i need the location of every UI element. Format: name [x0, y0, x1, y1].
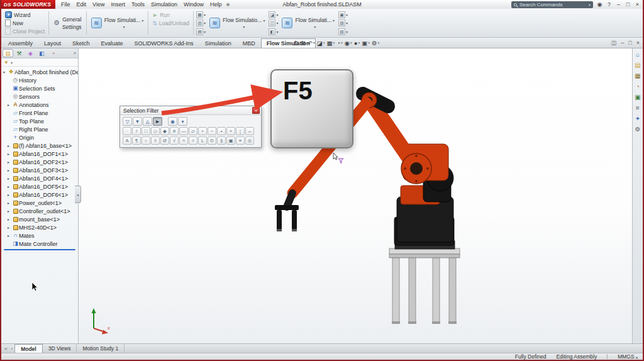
menu-help[interactable]: Help — [207, 1, 225, 8]
edit-appearance-icon[interactable]: ●▾ — [354, 40, 360, 47]
tree-item-abfan16-dof4-1[interactable]: ▸Abfan16_DOF4<1> — [1, 174, 78, 182]
tab-mbd[interactable]: MBD — [237, 38, 261, 48]
file-explorer-icon[interactable]: ▦ — [635, 73, 640, 79]
featuremanager-tree-tab[interactable]: ▤ — [3, 49, 13, 57]
run-button[interactable]: ►Run — [151, 11, 191, 19]
wizard-button[interactable]: ✦Wizard — [4, 11, 46, 19]
mini-tool-icon[interactable]: ▦ — [196, 11, 203, 18]
panel-splitter-handle[interactable]: ◂ — [75, 186, 81, 203]
tree-item-mates[interactable]: ▸∩Mates — [1, 231, 78, 240]
filter-dowel-pins-icon[interactable]: ◎ — [245, 136, 254, 145]
tree-item-right-plane[interactable]: ▱Right Plane — [1, 125, 78, 133]
filter-sketch-segments-icon[interactable]: ~ — [208, 127, 216, 135]
view-orientation-icon[interactable]: ▦▾ — [326, 40, 335, 47]
tab-evaluate[interactable]: Evaluate — [96, 38, 129, 48]
menu-file[interactable]: File — [58, 1, 74, 8]
custom-properties-icon[interactable]: ≡ — [636, 105, 640, 111]
configurationmanager-tab[interactable]: ◈ — [25, 49, 36, 57]
filter-surface-finish-icon[interactable]: √ — [170, 136, 179, 145]
menu-insert[interactable]: Insert — [108, 1, 128, 8]
filter-gtol-icon[interactable]: Ø — [160, 136, 169, 145]
menu-view[interactable]: View — [89, 1, 108, 8]
filter-center-marks-icon[interactable]: + — [226, 127, 235, 135]
clone-project-button[interactable]: Clone Project — [4, 27, 46, 35]
tree-item-mhs2-40d-1[interactable]: ▸MHS2-40D<1> — [1, 223, 78, 231]
filter-dimensions-icon[interactable]: ↔ — [245, 127, 254, 135]
expand-arrow-icon[interactable]: ▸ — [8, 225, 12, 230]
filter-midpoints-icon[interactable]: • — [217, 127, 226, 135]
robot-model[interactable] — [79, 48, 632, 343]
filter-faces-icon[interactable]: □ — [142, 127, 150, 135]
menu-window[interactable]: Window — [180, 1, 207, 8]
appearances-icon[interactable]: ◔ — [636, 84, 640, 90]
tree-item-abfan16-dof6-1[interactable]: ▸Abfan16_DOF6<1> — [1, 191, 78, 199]
flow-simulation-pane-icon[interactable]: ✦ — [635, 116, 640, 122]
close-icon[interactable]: × — [252, 107, 260, 114]
pane-settings-icon[interactable]: ⚙ — [635, 126, 641, 133]
tree-item-abfan16-dof2-1[interactable]: ▸Abfan16_DOF2<1> — [1, 158, 78, 166]
tree-item-origin[interactable]: +Origin — [1, 133, 78, 142]
help-icon[interactable]: ? — [605, 1, 613, 8]
design-library-icon[interactable]: ▤ — [635, 62, 640, 69]
user-icon[interactable]: ◉ — [596, 1, 604, 8]
expand-arrow-icon[interactable]: ▸ — [8, 143, 12, 148]
filter-surface-bodies-icon[interactable]: ◇ — [151, 127, 160, 135]
expand-arrow-icon[interactable]: ▸ — [8, 152, 12, 156]
minimize-icon[interactable]: – — [614, 1, 623, 8]
previous-view-icon[interactable]: ↶▾ — [308, 40, 315, 47]
filter-blocks-icon[interactable]: ▣ — [226, 136, 235, 145]
tree-item-sensors[interactable]: ◎Sensors — [1, 92, 78, 101]
doc-restore-icon[interactable]: □ — [628, 40, 631, 46]
filter-centerline-icon[interactable]: ¦ — [236, 127, 245, 135]
tree-item-history[interactable]: ◷History — [1, 76, 78, 84]
filter-routing-points-icon[interactable]: § — [217, 136, 226, 145]
status-units-selector[interactable]: MMGS ▴ — [618, 353, 638, 360]
tree-item-selection-sets[interactable]: ▣Selection Sets — [1, 84, 78, 92]
filter-magnify-icon[interactable]: ◉ — [168, 117, 177, 126]
tab-solidworks-add-ins[interactable]: SOLIDWORKS Add-Ins — [129, 38, 199, 48]
tab-simulation[interactable]: Simulation — [199, 38, 237, 48]
close-icon[interactable]: × — [633, 1, 641, 8]
expand-arrow-icon[interactable]: ▸ — [8, 209, 12, 213]
expand-arrow-icon[interactable]: ▸ — [8, 168, 12, 172]
tree-filter-row[interactable]: ▼ ▾ — [1, 58, 78, 67]
expand-arrow-icon[interactable]: ▸ — [8, 103, 12, 107]
tab-assembly[interactable]: Assembly — [3, 38, 38, 48]
doc-tab-motion-study-1[interactable]: Motion Study 1 — [77, 344, 125, 353]
new-button[interactable]: New — [4, 19, 46, 27]
mini-tool-icon[interactable]: ▣ — [338, 11, 345, 18]
filter-planes-icon[interactable]: ▱ — [189, 127, 197, 135]
tab-scroll-prev-icon[interactable]: ‹ — [9, 344, 14, 353]
search-commands-input[interactable]: Search Commands ▾ — [511, 1, 593, 8]
expand-arrow-icon[interactable]: ▸ — [8, 160, 12, 164]
propertymanager-tab[interactable]: ⚒ — [14, 49, 25, 57]
dimxpertmanager-tab[interactable]: ◧ — [36, 49, 47, 57]
tree-item-power-outlet-1[interactable]: ▸Power_outlet<1> — [1, 199, 78, 207]
tree-item-mount-base-1[interactable]: ▸mount_base<1> — [1, 215, 78, 223]
filter-vertices-icon[interactable]: · — [123, 127, 131, 135]
filter-cosmetic-threads-icon[interactable]: ≡ — [236, 136, 245, 145]
filter-weld-symbols-icon[interactable]: ≈ — [179, 136, 188, 145]
filter-balloons-icon[interactable]: ○ — [142, 136, 150, 145]
doc-pane-icon[interactable]: ◫ — [611, 40, 617, 46]
filter-solid-bodies-icon[interactable]: ◆ — [160, 127, 169, 135]
display-style-icon[interactable]: ◔▾ — [336, 40, 343, 47]
pin-icon[interactable]: ◉ — [226, 2, 230, 7]
flow-simulation-dropdown-a[interactable]: ≋ Flow Simulati...▾ ▾ — [89, 10, 146, 36]
menu-edit[interactable]: Edit — [74, 1, 90, 8]
view-settings-icon[interactable]: ⚙▾ — [372, 40, 379, 47]
expand-arrow-icon[interactable]: ▾ — [3, 70, 8, 74]
tree-item-f-abfan16-base-1[interactable]: ▸(f) Abfan16_base<1> — [1, 142, 78, 150]
mini-tool-icon[interactable]: ▥ — [196, 19, 203, 26]
tree-item-abfan-robot-finished-default[interactable]: ▾❖Abfan_Robot finished (Default — [1, 68, 78, 76]
mini-tool-icon[interactable]: ◪ — [269, 11, 275, 18]
expand-arrow-icon[interactable]: ▸ — [8, 176, 12, 181]
filter-notes-icon[interactable]: ¶ — [132, 136, 141, 145]
menu-simulation[interactable]: Simulation — [148, 1, 180, 8]
filter-funnel-icon[interactable]: ▽ — [123, 117, 132, 126]
filter-connection-points-icon[interactable]: ⊙ — [208, 136, 216, 145]
filter-structural-members-icon[interactable]: L — [198, 136, 207, 145]
expand-arrow-icon[interactable]: ▸ — [8, 192, 12, 197]
search-caret-icon[interactable]: ▾ — [589, 3, 591, 7]
filter-axes-icon[interactable]: — — [179, 127, 188, 135]
